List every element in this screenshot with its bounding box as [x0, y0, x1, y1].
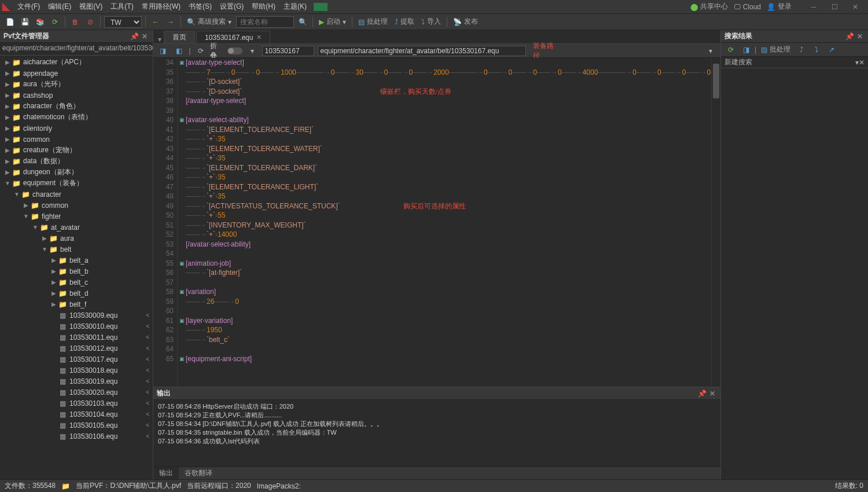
- tree-folder[interactable]: ▶📁character（角色）: [0, 101, 153, 112]
- tree-file[interactable]: ▦103530106.equ<: [0, 431, 153, 442]
- tree-file[interactable]: ▦103530017.equ<: [0, 354, 153, 365]
- expand-icon[interactable]: ▶: [3, 70, 12, 76]
- tabs-dropdown-icon[interactable]: ▾: [156, 35, 164, 43]
- expand-icon[interactable]: ▶: [3, 92, 12, 98]
- save-all-icon[interactable]: 📚: [34, 16, 46, 28]
- cloud-link[interactable]: 🖵Cloud: [734, 3, 761, 11]
- tree-folder[interactable]: ▶📁aura（光环）: [0, 79, 153, 90]
- tree-file[interactable]: ▦103530011.equ<: [0, 332, 153, 343]
- batch-button[interactable]: ▤批处理: [356, 17, 390, 27]
- results-import-icon[interactable]: ⤵: [810, 43, 823, 56]
- run-button[interactable]: ▶启动 ▾: [317, 17, 348, 27]
- pin-icon[interactable]: 📌: [130, 32, 139, 41]
- menu-help[interactable]: 帮助(H): [248, 1, 279, 13]
- expand-icon[interactable]: ▶: [3, 169, 12, 175]
- results-pin-icon[interactable]: 📌: [845, 32, 854, 41]
- path-input[interactable]: [318, 46, 526, 56]
- panel-close-icon[interactable]: ✕: [140, 32, 149, 41]
- tree-file[interactable]: ▦103530012.equ<: [0, 343, 153, 354]
- output-body[interactable]: 07-15 08:54:28 HttpServer启动成功 端口：202007-…: [153, 400, 720, 467]
- expand-icon[interactable]: ▶: [3, 147, 12, 153]
- tree-folder[interactable]: ▼📁fighter: [0, 211, 153, 222]
- tree-folder[interactable]: ▶📁data（数据）: [0, 156, 153, 167]
- expand-icon[interactable]: ▼: [22, 213, 30, 219]
- tree-folder[interactable]: ▶📁belt_d: [0, 288, 153, 299]
- extract-button[interactable]: ⤴提取: [392, 17, 417, 27]
- tree-folder[interactable]: ▶📁appendage: [0, 68, 153, 79]
- tree-file[interactable]: ▦103530105.equ<: [0, 420, 153, 431]
- tree-folder[interactable]: ▶📁common: [0, 200, 153, 211]
- tree-file[interactable]: ▦103530103.equ<: [0, 398, 153, 409]
- file-tree[interactable]: ▶📁aicharacter（APC）▶📁appendage▶📁aura（光环）▶…: [0, 56, 153, 479]
- expand-icon[interactable]: ▶: [3, 125, 12, 131]
- search-name-input[interactable]: [236, 16, 294, 28]
- expand-icon[interactable]: ▶: [3, 158, 12, 164]
- id-input[interactable]: [262, 46, 314, 56]
- minimize-button[interactable]: ─: [803, 0, 824, 14]
- new-file-icon[interactable]: 📄: [3, 16, 16, 28]
- tab-home[interactable]: 首页: [164, 31, 195, 43]
- results-batch-button[interactable]: ▤批处理: [759, 45, 793, 54]
- cancel-icon[interactable]: ⊘: [84, 16, 97, 28]
- expand-icon[interactable]: ▶: [3, 59, 12, 65]
- path-breadcrumb[interactable]: equipment/character/fighter/at_avatar/be…: [0, 43, 153, 56]
- expand-icon[interactable]: ▶: [3, 103, 12, 109]
- tree-folder[interactable]: ▶📁belt_c: [0, 277, 153, 288]
- output-tab-translate[interactable]: 谷歌翻译: [179, 467, 218, 479]
- tree-folder[interactable]: ▶📁belt_b: [0, 266, 153, 277]
- tree-folder[interactable]: ▼📁equipment（装备）: [0, 178, 153, 189]
- close-button[interactable]: ✕: [845, 0, 866, 14]
- fold-toggle[interactable]: [227, 47, 242, 54]
- expand-icon[interactable]: ▼: [31, 224, 39, 230]
- results-close-icon[interactable]: ✕: [855, 32, 865, 41]
- tab-file[interactable]: 103530167.equ✕: [196, 31, 270, 43]
- panel-layout-icon[interactable]: ◨: [157, 45, 170, 57]
- vertical-scrollbar[interactable]: [711, 58, 720, 387]
- tree-folder[interactable]: ▶📁belt_f: [0, 299, 153, 310]
- expand-icon[interactable]: ▶: [3, 81, 12, 87]
- tree-folder[interactable]: ▼📁character: [0, 189, 153, 200]
- tree-file[interactable]: ▦103530104.equ<: [0, 409, 153, 420]
- tree-folder[interactable]: ▼📁at_avatar: [0, 222, 153, 233]
- tree-folder[interactable]: ▶📁belt_a: [0, 255, 153, 266]
- tree-folder[interactable]: ▶📁creature（宠物）: [0, 145, 153, 156]
- theme-color-picker[interactable]: [314, 3, 328, 11]
- share-center-link[interactable]: ⬤共享中心: [690, 2, 728, 12]
- tree-folder[interactable]: ▶📁common: [0, 134, 153, 145]
- import-button[interactable]: ⤵导入: [419, 17, 443, 27]
- expand-icon[interactable]: ▼: [3, 180, 12, 186]
- code-editor[interactable]: 3435363738394041424344454647484950515253…: [153, 58, 720, 387]
- new-search-close-icon[interactable]: ✕: [859, 58, 865, 67]
- advanced-search-link[interactable]: 🔍高级搜索 ▾: [185, 17, 234, 27]
- encoding-select[interactable]: TW: [104, 16, 142, 28]
- refresh-sub-icon[interactable]: ⟳: [194, 45, 207, 57]
- menu-file[interactable]: 文件(F): [14, 1, 43, 13]
- nav-forward-icon[interactable]: →: [164, 16, 177, 28]
- menu-view[interactable]: 视图(V): [76, 1, 106, 13]
- expand-icon[interactable]: ▶: [22, 202, 30, 208]
- expand-icon[interactable]: ▼: [41, 246, 49, 252]
- new-search-row[interactable]: 新建搜索▾✕: [721, 57, 868, 68]
- tree-file[interactable]: ▦103530009.equ<: [0, 310, 153, 321]
- tree-folder[interactable]: ▶📁aura: [0, 233, 153, 244]
- tree-folder[interactable]: ▶📁clientonly: [0, 123, 153, 134]
- tree-file[interactable]: ▦103530010.equ<: [0, 321, 153, 332]
- search-go-icon[interactable]: 🔍: [296, 16, 309, 28]
- nav-back-icon[interactable]: ←: [149, 16, 162, 28]
- expand-icon[interactable]: ▶: [50, 257, 58, 263]
- tree-folder[interactable]: ▶📁chatemoticon（表情）: [0, 112, 153, 123]
- tree-folder[interactable]: ▼📁belt: [0, 244, 153, 255]
- output-close-icon[interactable]: ✕: [708, 389, 717, 398]
- expand-icon[interactable]: ▶: [3, 136, 12, 142]
- expand-icon[interactable]: ▶: [3, 114, 12, 120]
- expand-icon[interactable]: ▼: [13, 191, 21, 197]
- login-link[interactable]: 👤登录: [767, 2, 792, 12]
- results-refresh-icon[interactable]: ⟳: [724, 43, 737, 56]
- delete-icon[interactable]: 🗑: [69, 16, 82, 28]
- results-extract-icon[interactable]: ⤴: [795, 43, 808, 56]
- expand-icon[interactable]: ▶: [41, 235, 49, 241]
- expand-icon[interactable]: ▶: [50, 268, 58, 274]
- editor-menu-icon[interactable]: ▾: [704, 45, 717, 57]
- menu-tools[interactable]: 工具(T): [107, 1, 137, 13]
- fold-dropdown-icon[interactable]: ▾: [246, 45, 259, 57]
